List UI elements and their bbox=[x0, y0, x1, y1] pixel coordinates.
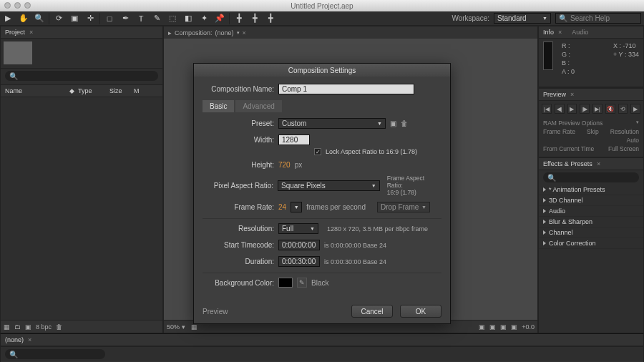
col-name[interactable]: Name bbox=[1, 87, 65, 94]
mute-icon[interactable]: 🔇 bbox=[605, 104, 615, 114]
chevron-down-icon: ▼ bbox=[542, 16, 547, 21]
clone-tool-icon[interactable]: ⬚ bbox=[165, 12, 180, 25]
resolution-select[interactable]: Auto bbox=[627, 137, 640, 144]
composition-tab[interactable]: ▸ Composition: (none) ▾ × bbox=[164, 26, 537, 39]
project-columns: Name ◆ Type Size M bbox=[1, 84, 162, 97]
dialog-title: Composition Settings bbox=[194, 64, 450, 77]
ok-button[interactable]: OK bbox=[400, 305, 441, 318]
next-frame-icon[interactable]: |▶ bbox=[580, 104, 590, 114]
mag-select[interactable]: 50% ▾ bbox=[167, 323, 185, 331]
project-footer: ▦ 🗀 ▣ 8 bpc 🗑 bbox=[1, 320, 162, 333]
view-opt-icon[interactable]: ▣ bbox=[511, 323, 517, 331]
loop-icon[interactable]: ⟲ bbox=[618, 104, 628, 114]
prev-frame-icon[interactable]: ◀| bbox=[555, 104, 565, 114]
play-icon[interactable]: ▶ bbox=[567, 104, 577, 114]
effects-category[interactable]: * Animation Presets bbox=[539, 185, 643, 195]
first-frame-icon[interactable]: |◀ bbox=[542, 104, 552, 114]
effects-category[interactable]: Color Correction bbox=[539, 238, 643, 249]
fps-value[interactable]: 24 bbox=[278, 203, 286, 211]
timeline-tab[interactable]: (none) bbox=[5, 336, 24, 343]
delete-preset-icon[interactable]: 🗑 bbox=[401, 119, 408, 127]
camera-tool-icon[interactable]: ▣ bbox=[67, 12, 82, 25]
anchor-tool-icon[interactable]: ✛ bbox=[82, 12, 98, 25]
col-type[interactable]: Type bbox=[74, 87, 105, 94]
workspace-select[interactable]: Standard▼ bbox=[494, 13, 551, 24]
brush-tool-icon[interactable]: ✎ bbox=[149, 12, 165, 25]
bpc-label[interactable]: 8 bpc bbox=[36, 323, 52, 331]
project-search-input[interactable]: 🔍 bbox=[5, 71, 158, 81]
chevron-down-icon[interactable]: ▾ bbox=[237, 30, 240, 36]
label-col-icon[interactable]: ◆ bbox=[65, 87, 74, 94]
zoom-tool-icon[interactable]: 🔍 bbox=[31, 12, 47, 25]
shape-tool-icon[interactable]: □ bbox=[102, 12, 117, 25]
effects-category[interactable]: 3D Channel bbox=[539, 195, 643, 206]
text-tool-icon[interactable]: T bbox=[133, 12, 149, 25]
pen-tool-icon[interactable]: ✒ bbox=[117, 12, 133, 25]
trash-icon[interactable]: 🗑 bbox=[56, 323, 62, 331]
zoom-window-icon[interactable] bbox=[24, 2, 31, 9]
close-icon[interactable]: × bbox=[29, 29, 33, 36]
project-panel-tab[interactable]: Project × bbox=[1, 26, 162, 39]
bg-color-swatch[interactable] bbox=[278, 278, 293, 288]
tool-row: ▶ ✋ 🔍 ⟳ ▣ ✛ □ ✒ T ✎ ⬚ ◧ ✦ 📌 ╋ ╋ ╋ Worksp… bbox=[0, 11, 644, 26]
roto-tool-icon[interactable]: ✦ bbox=[196, 12, 212, 25]
tab-audio[interactable]: Audio bbox=[572, 29, 588, 36]
search-help-input[interactable]: 🔍 Search Help bbox=[555, 13, 641, 24]
puppet-tool-icon[interactable]: 📌 bbox=[212, 12, 228, 25]
par-select[interactable]: Square Pixels▼ bbox=[278, 180, 380, 191]
width-input[interactable] bbox=[278, 134, 310, 145]
composition-settings-dialog: Composition Settings Composition Name: B… bbox=[193, 63, 451, 324]
selection-tool-icon[interactable]: ▶ bbox=[0, 12, 16, 25]
ram-preview-icon[interactable]: ▶ bbox=[630, 104, 640, 114]
effects-category[interactable]: Blur & Sharpen bbox=[539, 217, 643, 228]
folder-icon[interactable]: 🗀 bbox=[14, 323, 21, 331]
drop-frame-select[interactable]: Drop Frame▼ bbox=[377, 202, 430, 212]
world-axis-icon[interactable]: ╋ bbox=[247, 12, 263, 25]
exposure-slider[interactable]: +0.0 bbox=[522, 323, 535, 331]
preset-select[interactable]: Custom▼ bbox=[278, 118, 386, 129]
info-panel: R :G :B : A : 0 X : -710 + Y : 334 bbox=[539, 39, 643, 87]
tab-advanced[interactable]: Advanced bbox=[235, 100, 281, 112]
eraser-tool-icon[interactable]: ◧ bbox=[180, 12, 196, 25]
effects-category[interactable]: Audio bbox=[539, 206, 643, 217]
view-opt-icon[interactable]: ▣ bbox=[479, 323, 485, 331]
height-value[interactable]: 720 bbox=[278, 161, 291, 169]
view-opt-icon[interactable]: ▣ bbox=[500, 323, 507, 331]
tab-basic[interactable]: Basic bbox=[203, 100, 234, 112]
close-window-icon[interactable] bbox=[4, 2, 11, 9]
start-tc-input[interactable] bbox=[278, 240, 320, 250]
save-preset-icon[interactable]: ▣ bbox=[390, 119, 396, 127]
cancel-button[interactable]: Cancel bbox=[351, 305, 393, 318]
eyedropper-icon[interactable]: ✎ bbox=[297, 278, 307, 288]
timeline-search-input[interactable]: 🔍 bbox=[5, 349, 105, 359]
fps-dropdown[interactable]: ▼ bbox=[291, 202, 302, 212]
last-frame-icon[interactable]: ▶| bbox=[592, 104, 602, 114]
tab-preview[interactable]: Preview bbox=[543, 91, 566, 98]
effects-category[interactable]: Channel bbox=[539, 228, 643, 238]
ram-preview-label[interactable]: RAM Preview Options bbox=[543, 119, 602, 127]
col-size[interactable]: Size bbox=[105, 87, 130, 94]
effects-search-input[interactable]: 🔍 bbox=[543, 172, 639, 182]
grid-icon[interactable]: ▦ bbox=[191, 323, 197, 331]
rotate-tool-icon[interactable]: ⟳ bbox=[51, 12, 67, 25]
hand-tool-icon[interactable]: ✋ bbox=[16, 12, 31, 25]
close-icon[interactable]: × bbox=[243, 29, 246, 36]
col-m[interactable]: M bbox=[130, 87, 144, 94]
comp-icon[interactable]: ▣ bbox=[25, 323, 31, 331]
view-axis-icon[interactable]: ╋ bbox=[263, 12, 278, 25]
project-thumb-area bbox=[1, 39, 162, 69]
duration-input[interactable] bbox=[278, 256, 320, 267]
comp-name-input[interactable] bbox=[278, 84, 414, 94]
resolution-select[interactable]: Full▼ bbox=[278, 223, 318, 234]
tab-effects[interactable]: Effects & Presets bbox=[543, 160, 592, 167]
preview-toggle[interactable]: Preview bbox=[194, 303, 237, 320]
interpret-icon[interactable]: ▦ bbox=[4, 323, 10, 331]
preview-transport: |◀ ◀| ▶ |▶ ▶| 🔇 ⟲ ▶ bbox=[539, 101, 643, 117]
min-window-icon[interactable] bbox=[14, 2, 21, 9]
view-opt-icon[interactable]: ▣ bbox=[489, 323, 496, 331]
project-body[interactable] bbox=[1, 97, 162, 320]
local-axis-icon[interactable]: ╋ bbox=[231, 12, 247, 25]
lock-aspect-checkbox[interactable]: ✓ bbox=[314, 148, 321, 155]
tab-info[interactable]: Info bbox=[543, 29, 554, 36]
window-controls[interactable] bbox=[4, 2, 31, 9]
